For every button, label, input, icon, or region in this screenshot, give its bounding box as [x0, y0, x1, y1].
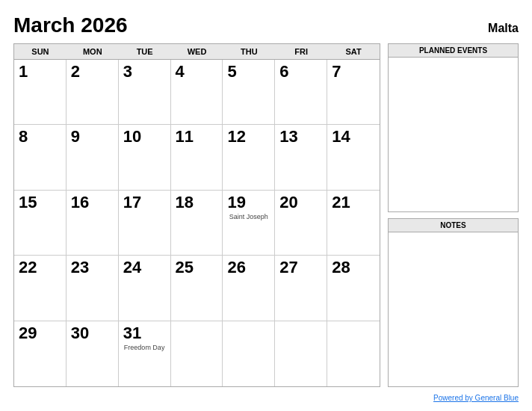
cal-cell: 28 — [327, 256, 380, 321]
day-number: 6 — [279, 63, 322, 81]
day-number: 21 — [332, 194, 375, 211]
cal-cell — [275, 321, 327, 386]
day-number: 30 — [71, 324, 114, 342]
day-number: 1 — [19, 63, 61, 81]
day-number: 17 — [123, 194, 166, 211]
day-number: 9 — [71, 128, 114, 146]
planned-events-title: PLANNED EVENTS — [389, 44, 518, 58]
cal-cell — [223, 321, 275, 386]
cal-cell: 27 — [275, 256, 327, 321]
cal-cell: 19Saint Joseph — [223, 191, 275, 256]
cal-cell: 20 — [275, 191, 327, 256]
holiday-label: Saint Joseph — [227, 213, 270, 220]
day-number: 8 — [19, 128, 61, 146]
day-header-wed: WED — [171, 44, 223, 59]
cal-cell — [171, 321, 223, 386]
day-number: 15 — [19, 194, 61, 211]
sidebar: PLANNED EVENTS NOTES — [388, 43, 519, 387]
holiday-label: Freedom Day — [123, 344, 166, 351]
day-number: 22 — [19, 259, 61, 276]
day-number: 26 — [227, 259, 270, 276]
day-number: 14 — [332, 128, 375, 146]
cal-cell: 25 — [171, 256, 223, 321]
cal-cell: 14 — [327, 125, 380, 190]
cal-cell: 16 — [66, 191, 119, 256]
day-number: 27 — [279, 259, 322, 276]
calendar-grid: 12345678910111213141516171819Saint Josep… — [14, 60, 380, 386]
month-year-title: March 2026 — [13, 13, 128, 37]
day-number: 23 — [71, 259, 114, 276]
country-title: Malta — [488, 22, 519, 35]
notes-box: NOTES — [388, 218, 519, 387]
cal-cell: 17 — [119, 191, 171, 256]
cal-cell: 5 — [223, 60, 275, 125]
day-number: 20 — [279, 194, 322, 211]
cal-cell: 21 — [327, 191, 380, 256]
day-number: 31 — [123, 324, 166, 342]
day-number: 12 — [227, 128, 270, 146]
planned-events-box: PLANNED EVENTS — [388, 43, 519, 212]
cal-cell: 29 — [14, 321, 66, 386]
day-number: 7 — [332, 63, 375, 81]
day-number: 13 — [279, 128, 322, 146]
day-header-mon: MON — [66, 44, 119, 59]
day-headers-row: SUNMONTUEWEDTHUFRISAT — [14, 44, 380, 60]
cal-cell: 4 — [171, 60, 223, 125]
cal-cell: 9 — [66, 125, 119, 190]
notes-title: NOTES — [389, 219, 518, 232]
day-number: 19 — [227, 194, 270, 211]
cal-cell: 3 — [119, 60, 171, 125]
cal-cell: 1 — [14, 60, 66, 125]
day-number: 10 — [123, 128, 166, 146]
day-header-thu: THU — [223, 44, 275, 59]
cal-cell: 22 — [14, 256, 66, 321]
cal-cell: 6 — [275, 60, 327, 125]
cal-cell: 23 — [66, 256, 119, 321]
cal-cell: 7 — [327, 60, 380, 125]
cal-cell: 30 — [66, 321, 119, 386]
day-header-sat: SAT — [327, 44, 380, 59]
cal-cell: 24 — [119, 256, 171, 321]
cal-cell: 8 — [14, 125, 66, 190]
cal-cell: 15 — [14, 191, 66, 256]
cal-cell: 31Freedom Day — [119, 321, 171, 386]
day-number: 18 — [176, 194, 218, 211]
footer: Powered by General Blue — [13, 390, 519, 404]
cal-cell — [327, 321, 380, 386]
day-number: 3 — [123, 63, 166, 81]
planned-events-content — [389, 58, 518, 211]
cal-cell: 2 — [66, 60, 119, 125]
day-number: 16 — [71, 194, 114, 211]
day-number: 2 — [71, 63, 114, 81]
day-header-fri: FRI — [275, 44, 327, 59]
main-area: SUNMONTUEWEDTHUFRISAT 123456789101112131… — [13, 43, 519, 387]
day-number: 25 — [176, 259, 218, 276]
day-number: 28 — [332, 259, 375, 276]
cal-cell: 13 — [275, 125, 327, 190]
day-number: 24 — [123, 259, 166, 276]
header: March 2026 Malta — [13, 13, 519, 37]
cal-cell: 18 — [171, 191, 223, 256]
day-number: 29 — [19, 324, 61, 342]
cal-cell: 12 — [223, 125, 275, 190]
powered-by-link[interactable]: Powered by General Blue — [433, 394, 519, 402]
day-number: 11 — [176, 128, 218, 146]
cal-cell: 11 — [171, 125, 223, 190]
page: March 2026 Malta SUNMONTUEWEDTHUFRISAT 1… — [0, 0, 532, 411]
day-header-sun: SUN — [14, 44, 66, 59]
cal-cell: 26 — [223, 256, 275, 321]
day-number: 4 — [176, 63, 218, 81]
calendar: SUNMONTUEWEDTHUFRISAT 123456789101112131… — [13, 43, 380, 387]
day-number: 5 — [227, 63, 270, 81]
cal-cell: 10 — [119, 125, 171, 190]
day-header-tue: TUE — [119, 44, 171, 59]
notes-content — [389, 232, 518, 386]
